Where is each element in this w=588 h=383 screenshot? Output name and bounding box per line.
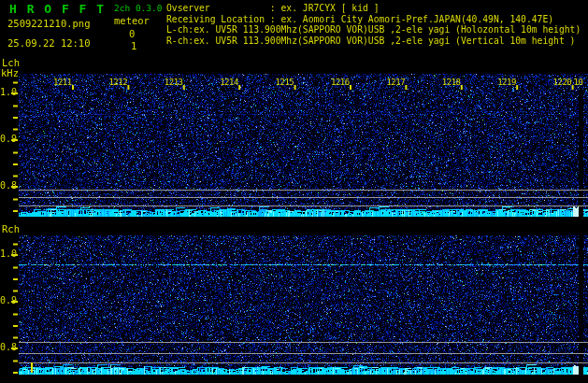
hrofft-window: H R O F F T 2ch 0.3.0 meteor 2509221210.…: [0, 0, 588, 383]
location-line: Receiving Location : ex. Aomori City Aom…: [166, 15, 553, 24]
lch-count: 0: [129, 29, 135, 39]
time-label-partial: 10: [574, 78, 583, 87]
rch-ytick-label: 0.9: [0, 296, 17, 305]
lch-ytick-label: 0.8: [0, 181, 17, 191]
lch-ytick-label: 1.0: [0, 88, 17, 97]
datetime-label: 25.09.22 12:10: [7, 38, 91, 49]
lch-ytick-label: 0.9: [0, 135, 17, 144]
spectrogram-canvas: [0, 0, 588, 383]
time-label: 1212: [108, 78, 127, 87]
time-label: 1214: [220, 78, 238, 87]
rch-count: 1: [131, 41, 136, 51]
time-label: 1213: [165, 78, 183, 87]
rch-ytick-label: 0.8: [0, 343, 17, 352]
time-label: 1217: [386, 78, 405, 87]
time-label: 1211: [53, 78, 72, 87]
rch-ytick-label: 1.0: [0, 249, 17, 259]
lch-panel-label: Lch: [2, 58, 20, 68]
time-label: 1219: [497, 78, 516, 87]
time-label: 1218: [442, 78, 461, 87]
filename-label: 2509221210.png: [7, 19, 91, 29]
app-title: H R O F F T: [9, 3, 106, 15]
time-label: 1216: [331, 78, 350, 87]
observer-line: Ovserver : ex. JR7CYX [ kid ]: [166, 4, 379, 13]
rch-rig-line: R-ch:ex. UV5R 113.900Mhz(SAPPORO VOR)USB…: [166, 36, 575, 46]
khz-units-label: kHz: [1, 68, 19, 78]
mode-label: meteor: [114, 16, 150, 26]
version-label: 2ch 0.3.0: [114, 4, 162, 13]
time-label: 1215: [276, 78, 294, 87]
time-label: 1220: [553, 78, 572, 87]
lch-rig-line: L-ch:ex. UV5R 113.900Mhz(SAPPORO VOR)USB…: [166, 25, 581, 35]
rch-panel-label: Rch: [2, 224, 20, 234]
